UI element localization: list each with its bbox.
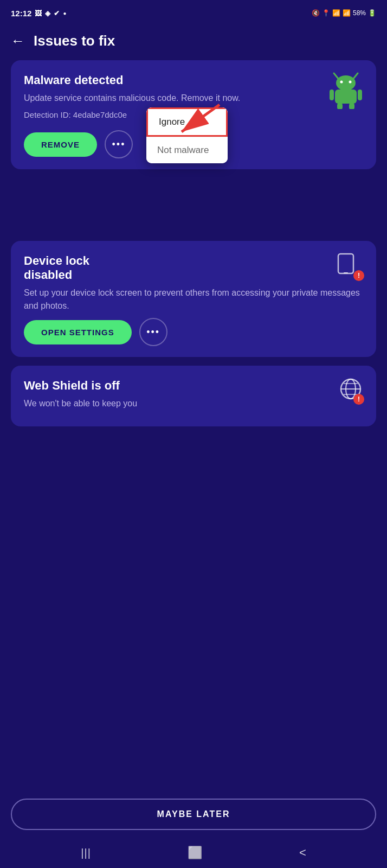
device-lock-card: ! Device lockdisabled Set up your device… [11,241,376,357]
device-lock-buttons-row: OPEN SETTINGS ••• [24,318,363,346]
dropdown-menu: Ignore Not malware [146,107,228,163]
location-icon: 📍 [322,9,330,17]
dot-icon: ● [63,10,66,16]
wifi-icon: 📶 [332,9,340,17]
status-left: 12:12 🖼 ◈ ✔ ● [11,9,66,18]
svg-line-0 [334,73,338,79]
photo-icon: 🖼 [35,9,42,17]
web-shield-card: ! Web Shield is off We won't be able to … [11,366,376,426]
web-shield-title: Web Shield is off [24,379,363,393]
svg-point-2 [336,75,356,91]
back-button[interactable]: ← [11,33,25,49]
maybe-later-container: MAYBE LATER [0,793,387,835]
page-title: Issues to fix [34,33,115,49]
svg-rect-11 [338,254,353,273]
device-lock-description: Set up your device lock screen to preven… [24,286,363,312]
nav-back-icon[interactable]: < [299,846,306,860]
svg-rect-5 [335,90,357,104]
device-more-dots: ••• [146,327,160,338]
nav-bar: ||| ⬜ < [0,838,387,868]
status-bar: 12:12 🖼 ◈ ✔ ● 🔇 📍 📶 📶 58% 🔋 [0,0,387,24]
dropdown-ignore[interactable]: Ignore [146,107,228,137]
main-content: Malware detected Update service contains… [0,60,387,426]
svg-rect-12 [344,272,348,273]
battery-text: 58% [353,9,366,17]
globe-alert-badge: ! [353,394,364,405]
device-icon-container: ! [335,252,363,280]
device-lock-title: Device lockdisabled [24,254,363,282]
malware-card-description: Update service contains malicious code. … [24,92,363,105]
mute-icon: 🔇 [312,9,320,17]
svg-rect-8 [337,103,343,109]
nav-recent-apps-icon[interactable]: ||| [81,847,91,859]
page-header: ← Issues to fix [0,24,387,60]
svg-point-3 [340,81,343,84]
status-right: 🔇 📍 📶 📶 58% 🔋 [312,9,376,17]
notification-icon: ◈ [45,9,50,17]
dropdown-not-malware[interactable]: Not malware [146,137,228,163]
signal-icon: 📶 [343,9,351,17]
check-icon: ✔ [54,9,60,17]
device-lock-more-button[interactable]: ••• [139,318,167,346]
maybe-later-button[interactable]: MAYBE LATER [11,799,376,830]
globe-container: ! [338,376,363,404]
svg-rect-7 [358,90,362,100]
more-dots: ••• [112,139,126,150]
malware-card-title: Malware detected [24,73,363,87]
open-settings-button[interactable]: OPEN SETTINGS [24,320,132,344]
status-time: 12:12 [11,9,31,18]
svg-point-4 [349,81,352,84]
svg-line-1 [353,73,358,79]
android-icon-wrapper [328,71,363,109]
battery-icon: 🔋 [368,9,376,17]
svg-rect-6 [330,90,334,100]
android-svg-icon [328,71,363,109]
device-alert-badge: ! [353,270,364,281]
globe-icon-area: ! [338,376,363,404]
device-icon-area: ! [335,252,363,280]
svg-rect-9 [349,103,354,109]
nav-home-icon[interactable]: ⬜ [188,846,202,860]
malware-more-button[interactable]: ••• [105,130,133,158]
remove-button[interactable]: REMOVE [24,132,97,157]
web-shield-description: We won't be able to keep you [24,397,363,410]
